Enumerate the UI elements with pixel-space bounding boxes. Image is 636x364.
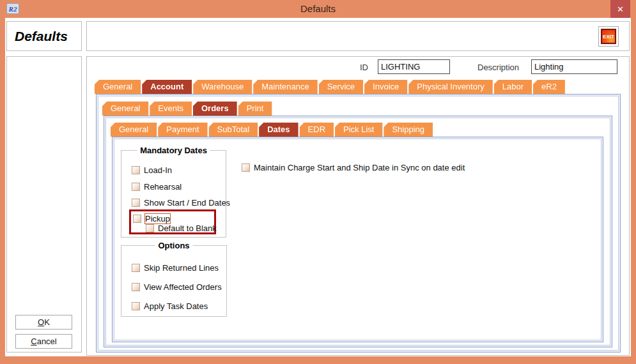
form-title-box: Defaults [6, 21, 82, 51]
show-start-end-label: Show Start / End Dates [144, 198, 230, 208]
tab-physical-inventory[interactable]: Physical Inventory [408, 80, 493, 94]
sync-label: Maintain Charge Start and Ship Date in S… [254, 163, 465, 172]
tab-invoice[interactable]: Invoice [364, 80, 407, 94]
pickup-highlight-box: Pickup Default to Blank [129, 209, 216, 234]
form-title: Defaults [15, 29, 68, 44]
tab-maintenance[interactable]: Maintenance [253, 80, 317, 94]
close-icon[interactable]: ✕ [610, 0, 630, 18]
description-input[interactable] [531, 59, 617, 74]
mandatory-dates-title: Mandatory Dates [137, 146, 210, 155]
tab-print[interactable]: Print [238, 102, 272, 116]
cancel-button[interactable]: Cancel [15, 334, 72, 349]
tab-general-l2[interactable]: General [102, 102, 148, 116]
skip-returned-checkbox[interactable] [132, 264, 140, 272]
tab-shipping[interactable]: Shipping [384, 123, 433, 137]
dates-tab-pane: Mandatory Dates Load-In Rehearsal [112, 137, 603, 342]
default-to-blank-label: Default to Blank [158, 224, 217, 233]
tab-general-l1[interactable]: General [95, 80, 141, 94]
main-panel: ID Description General Account Warehouse… [86, 56, 630, 356]
rehearsal-row: Rehearsal [132, 181, 182, 192]
tab-dates[interactable]: Dates [259, 123, 298, 137]
id-label: ID [360, 63, 368, 72]
default-to-blank-row: Default to Blank [146, 223, 217, 233]
rehearsal-label: Rehearsal [144, 182, 182, 192]
tab-row-level1: General Account Warehouse Maintenance Se… [95, 80, 565, 94]
show-start-end-checkbox[interactable] [132, 199, 140, 207]
pickup-checkbox[interactable] [133, 215, 141, 223]
tab-orders[interactable]: Orders [193, 102, 237, 116]
tab-labor[interactable]: Labor [494, 80, 532, 94]
exit-icon: EXIT [601, 29, 616, 44]
orders-tab-pane: General Payment SubTotal Dates EDR Pick … [104, 116, 612, 347]
sync-row: Maintain Charge Start and Ship Date in S… [242, 162, 465, 172]
exit-button[interactable]: EXIT [598, 26, 619, 47]
skip-returned-label: Skip Returned Lines [144, 263, 219, 273]
tab-service[interactable]: Service [319, 80, 363, 94]
tab-edr[interactable]: EDR [300, 123, 334, 137]
window-title: Defaults [0, 0, 636, 18]
pickup-label: Pickup [145, 214, 170, 224]
tab-warehouse[interactable]: Warehouse [193, 80, 252, 94]
sync-checkbox[interactable] [242, 163, 250, 172]
skip-returned-row: Skip Returned Lines [132, 262, 219, 273]
ok-button[interactable]: OK [15, 315, 72, 330]
tab-row-level3: General Payment SubTotal Dates EDR Pick … [111, 123, 433, 137]
ok-button-label: OK [38, 317, 50, 327]
tab-pick-list[interactable]: Pick List [335, 123, 382, 137]
view-affected-row: View Affected Orders [132, 282, 222, 292]
options-title: Options [155, 241, 192, 250]
title-bar: R2 Defaults ✕ [0, 0, 636, 18]
left-panel: OK Cancel [6, 56, 82, 353]
default-to-blank-checkbox[interactable] [146, 224, 154, 232]
load-in-label: Load-In [144, 165, 172, 175]
tab-row-level2: General Events Orders Print [102, 102, 272, 116]
id-input[interactable] [378, 59, 450, 74]
view-affected-label: View Affected Orders [144, 282, 222, 292]
description-label: Description [477, 63, 519, 72]
apply-task-row: Apply Task Dates [132, 301, 208, 311]
show-start-end-row: Show Start / End Dates [132, 197, 230, 208]
tab-events[interactable]: Events [150, 102, 192, 116]
view-affected-checkbox[interactable] [132, 283, 140, 291]
apply-task-checkbox[interactable] [132, 302, 140, 310]
options-group: Options Skip Returned Lines View Affecte… [121, 245, 227, 317]
apply-task-label: Apply Task Dates [144, 301, 208, 311]
tab-subtotal[interactable]: SubTotal [209, 123, 258, 137]
pickup-row: Pickup [133, 213, 170, 224]
tab-account[interactable]: Account [142, 80, 192, 94]
load-in-row: Load-In [132, 165, 172, 175]
mandatory-dates-group: Mandatory Dates Load-In Rehearsal [121, 150, 226, 238]
window-client-area: Defaults OK Cancel EXIT ID Description G… [5, 18, 631, 356]
load-in-checkbox[interactable] [132, 166, 140, 174]
defaults-window: R2 Defaults ✕ Defaults OK Cancel EXIT ID [0, 0, 636, 364]
toolbar: EXIT [86, 21, 630, 51]
account-tab-pane: General Events Orders Print General Paym… [96, 94, 621, 353]
tab-er2[interactable]: eR2 [533, 80, 565, 94]
tab-payment[interactable]: Payment [158, 123, 207, 137]
rehearsal-checkbox[interactable] [132, 183, 140, 191]
tab-general-l3[interactable]: General [111, 123, 157, 137]
cancel-button-label: Cancel [31, 337, 56, 346]
